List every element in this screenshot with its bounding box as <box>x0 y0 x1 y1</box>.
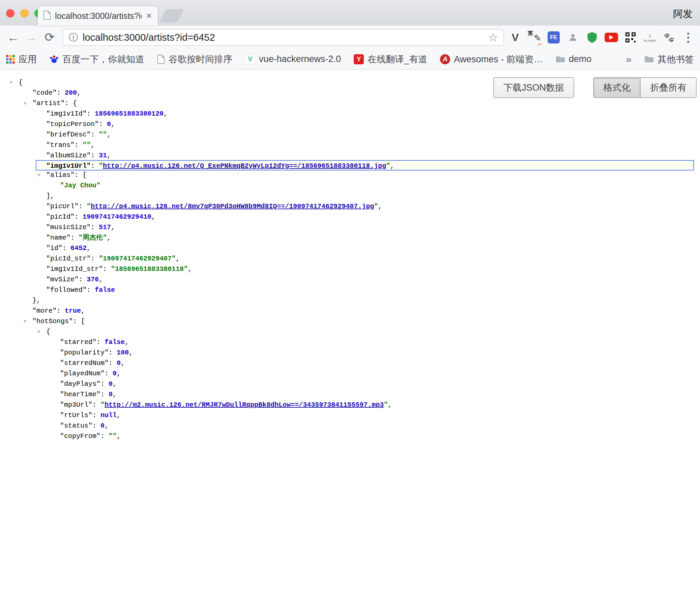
collapse-all-button[interactable]: 折叠所有 <box>641 77 697 98</box>
json-token: null <box>100 411 117 419</box>
json-token: : <box>103 265 111 273</box>
download-json-button[interactable]: 下载JSON数据 <box>493 77 574 98</box>
minimize-window-button[interactable] <box>20 9 29 18</box>
json-token: , <box>99 276 103 283</box>
json-token: : <box>70 234 79 242</box>
reload-button-icon[interactable]: ⟳ <box>40 28 59 46</box>
json-token: , <box>111 223 115 231</box>
json-viewer-toolbar: 下载JSON数据 格式化 折叠所有 <box>493 77 697 98</box>
url-text[interactable]: localhost:3000/artists?id=6452 <box>83 32 484 43</box>
collapse-triangle-icon[interactable]: ▼ <box>37 327 40 337</box>
bookmark-apps[interactable]: 应用 <box>6 53 37 65</box>
json-token: "picId_str" <box>46 255 91 262</box>
json-url-link[interactable]: http://p4.music.126.net/8mv7qP30Pd3oHW8b… <box>91 203 374 210</box>
bookmark-baidu[interactable]: 百度一下，你就知道 <box>50 53 144 65</box>
json-line: "playedNum": 0, <box>0 368 700 379</box>
json-token: "musicSize" <box>46 223 91 231</box>
json-token: 6452 <box>70 244 87 252</box>
json-line: ▼"artist": { <box>0 98 700 108</box>
bookmark-google-sort[interactable]: 谷歌按时间排序 <box>157 53 232 65</box>
collapse-triangle-icon[interactable]: ▼ <box>24 98 26 109</box>
adblock-shield-icon[interactable] <box>585 29 599 45</box>
json-token: "" <box>109 432 117 440</box>
json-token: , <box>378 203 382 210</box>
json-line: "mp3Url": "http://m2.music.126.net/RMJR7… <box>0 400 700 410</box>
json-token: "hearTime" <box>60 391 100 398</box>
close-window-button[interactable] <box>6 9 14 18</box>
other-bookmarks-folder[interactable]: 其他书签 <box>644 53 694 65</box>
json-token: : <box>99 120 107 128</box>
json-token: false <box>105 338 125 346</box>
bookmark-vue-hackernews[interactable]: V vue-hackernews-2.0 <box>245 54 341 64</box>
tab-close-icon[interactable]: × <box>146 11 152 21</box>
json-token: "trans" <box>46 141 75 149</box>
json-token: , <box>176 255 180 262</box>
json-token: "img1v1Id" <box>46 110 87 118</box>
json-token: " <box>87 203 91 210</box>
bookmark-demo-folder[interactable]: demo <box>556 54 592 64</box>
json-token: , <box>388 401 392 409</box>
json-line: "copyFrom": "", <box>0 431 700 441</box>
json-token: , <box>117 432 121 440</box>
json-token: : <box>57 89 65 97</box>
awesomes-icon: A <box>440 54 450 64</box>
translate-extension-icon[interactable]: 英✎en <box>527 29 542 45</box>
json-token: : <box>92 422 100 430</box>
json-token: , <box>129 349 133 356</box>
collapse-triangle-icon[interactable]: ▼ <box>24 316 26 327</box>
json-line: "Jay Chou" <box>0 180 700 191</box>
page-favicon-icon <box>43 10 51 21</box>
player-extension-icon[interactable]: ♪PLAYER <box>643 29 657 45</box>
json-token: "mp3Url" <box>60 401 92 409</box>
collapse-triangle-icon[interactable]: ▼ <box>37 170 40 181</box>
json-token: , <box>188 265 192 273</box>
json-token: "mvSize" <box>46 276 79 283</box>
bookmark-awesomes[interactable]: A Awesomes - 前端资… <box>440 53 543 65</box>
json-token: "id" <box>46 244 62 252</box>
json-token: , <box>105 422 109 430</box>
json-token: : [ <box>75 171 87 179</box>
youtube-extension-icon[interactable] <box>604 29 618 45</box>
json-token: "picUrl" <box>46 203 79 210</box>
json-token: "artist" <box>32 99 65 107</box>
fe-extension-icon[interactable]: FE <box>547 29 561 45</box>
json-token: true <box>65 307 81 315</box>
bookmarks-overflow-chevron[interactable]: » <box>626 54 632 65</box>
json-token: "dayPlays" <box>60 380 100 388</box>
page-info-icon[interactable]: ⓘ <box>69 31 78 43</box>
json-url-link[interactable]: http://p4.music.126.net/Q_ExePNkmqB2yWyL… <box>103 162 386 170</box>
profile-name[interactable]: 阿发 <box>673 7 693 21</box>
json-token: : <box>57 307 65 315</box>
json-line: ▼"alias": [ <box>0 170 700 180</box>
browser-tab[interactable]: localhost:3000/artists?id=645 × <box>38 6 158 26</box>
browser-menu-icon[interactable]: ⋮ <box>681 29 695 45</box>
json-url-link[interactable]: http://m2.music.126.net/RMJR7wDullRqppBk… <box>105 401 384 409</box>
json-line: "musicSize": 517, <box>0 222 700 232</box>
json-token: " <box>374 203 378 210</box>
view-mode-segment: 格式化 折叠所有 <box>593 77 697 98</box>
json-token: "briefDesc" <box>46 131 91 138</box>
new-tab-button[interactable] <box>159 9 184 23</box>
json-line: "hearTime": 0, <box>0 389 700 400</box>
json-line: "topicPerson": 0, <box>0 119 700 129</box>
folder-icon <box>644 56 654 63</box>
address-bar[interactable]: ⓘ localhost:3000/artists?id=6452 ☆ <box>63 29 504 46</box>
json-token: "Jay Chou" <box>60 182 100 189</box>
vimium-extension-icon[interactable]: V <box>508 29 522 45</box>
paw-extension-icon[interactable]: 🐾 <box>662 29 676 45</box>
json-token: , <box>91 141 95 149</box>
bookmark-youdao[interactable]: Y 在线翻译_有道 <box>354 53 427 65</box>
json-token: , <box>107 152 111 159</box>
collapse-triangle-icon[interactable]: ▼ <box>10 77 12 88</box>
profile-extension-icon[interactable] <box>566 29 580 45</box>
json-token: "playedNum" <box>60 370 105 377</box>
bookmark-star-icon[interactable]: ☆ <box>488 31 498 44</box>
page-content: 下载JSON数据 格式化 折叠所有 ▼{"code": 200,▼"artist… <box>0 70 700 591</box>
format-button[interactable]: 格式化 <box>593 77 641 98</box>
json-token: }, <box>32 297 40 304</box>
json-line: "status": 0, <box>0 421 700 431</box>
json-token: "hotSongs" <box>32 317 73 325</box>
json-token: , <box>121 359 125 367</box>
qrcode-extension-icon[interactable] <box>623 29 638 45</box>
back-button-icon[interactable]: ← <box>4 28 22 46</box>
